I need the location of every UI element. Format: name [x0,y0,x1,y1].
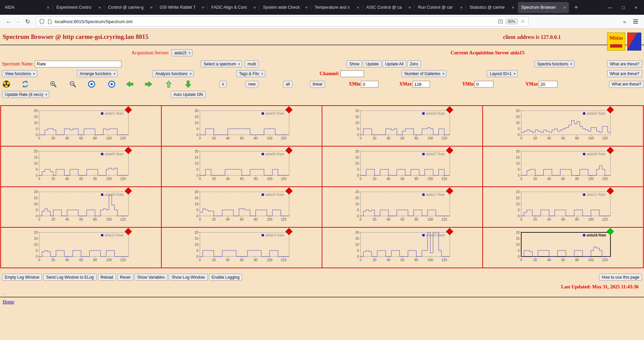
tab-close-icon[interactable]: × [356,5,360,10]
tab-close-icon[interactable]: × [252,5,257,10]
zoom-y-out-icon[interactable] [108,80,115,88]
zoom-level-badge[interactable]: 80% [506,19,518,24]
browser-tab-5[interactable]: FADC Align & Cont× [208,2,259,13]
tab-close-icon[interactable]: × [149,5,154,10]
footer-button-empty-log-window[interactable]: Empty Log Window [2,274,42,281]
tab-close-icon[interactable]: × [511,5,515,10]
what-are-these-button-3[interactable]: What are these? [609,81,644,88]
back-icon[interactable]: ← [4,18,13,25]
refresh-icon[interactable] [21,80,29,88]
minimize-icon[interactable]: — [608,5,612,10]
browser-tab-8[interactable]: ASIC Control @ ca× [363,2,414,13]
spectrum-panel-aida02[interactable]: 05101520020406080100120aida02 Rate [161,106,322,146]
what-are-these-button-2[interactable]: What are these? [607,70,642,77]
select-spectrum-dropdown[interactable]: Select a spectrum▾ [201,60,242,67]
show-button[interactable]: Show [346,60,362,67]
browser-tab-6[interactable]: System wide Check× [260,2,311,13]
browser-tab-1[interactable]: AIDA× [1,2,52,13]
xmin-input[interactable] [361,81,378,88]
tab-close-icon[interactable]: × [97,5,102,10]
new-tab-button[interactable]: + [572,4,580,11]
shift-up-icon[interactable] [165,80,172,88]
zero-button[interactable]: Zero [407,60,421,67]
spectrum-panel-aida13[interactable]: 05101520020406080100120aida13 Rate [1,227,161,268]
spectrum-panel-aida15[interactable]: 05101520020406080100120aida15 Rate [322,227,483,268]
spectrum-panel-aida04[interactable]: 05101520020406080100120aida04 Rate [483,106,643,146]
spectra-functions-dropdown[interactable]: Spectra functions▾ [534,60,575,67]
spectrum-panel-aida07[interactable]: 05101520020406080100120aida07 Rate [322,146,483,187]
spectrum-panel-aida05[interactable]: 05101520020406080100120aida05 Rate [1,146,161,187]
home-link[interactable]: Home [3,299,14,305]
overflow-menu-icon[interactable]: » [623,19,626,24]
tab-close-icon[interactable]: × [562,5,567,10]
spectrum-panel-aida14[interactable]: 05101520020406080100120aida14 Rate [161,227,322,268]
linear-button[interactable]: linear [310,81,325,88]
reload-icon[interactable]: ↻ [23,18,32,25]
zoom-y-in-icon[interactable] [88,80,95,88]
spectrum-panel-aida16[interactable]: 05101520020406080100120aida16 Rate [483,227,643,268]
channel-input[interactable] [340,70,364,77]
what-are-these-button-1[interactable]: What are these? [607,60,642,67]
address-bar[interactable]: localhost:8015/Spectrum/Spectrum.tml 80%… [36,16,529,26]
shift-right-icon[interactable] [145,80,152,88]
footer-button-show-log-window[interactable]: Show Log Window [169,274,207,281]
tab-close-icon[interactable]: × [201,5,205,10]
shift-left-icon[interactable] [126,80,133,88]
spectrum-panel-aida06[interactable]: 05101520020406080100120aida06 Rate [161,146,322,187]
layout-id-dropdown[interactable]: Layout ID=1▾ [487,70,518,77]
browser-tab-7[interactable]: Temperature and s× [311,2,362,13]
tab-close-icon[interactable]: × [304,5,309,10]
arrange-functions-dropdown[interactable]: Arrange functions▾ [77,70,118,77]
tab-close-icon[interactable]: × [459,5,464,10]
close-icon[interactable]: × [635,5,637,10]
forward-icon[interactable]: → [13,18,23,25]
footer-button-reset[interactable]: Reset [117,274,133,281]
browser-tab-3[interactable]: Control @ carme-g× [105,2,156,13]
tags-fits-dropdown[interactable]: Tags & Fits▾ [236,70,265,77]
update-all-button[interactable]: Update All [382,60,406,67]
xmax-input[interactable] [413,81,430,88]
analysis-functions-dropdown[interactable]: Analysis functions▾ [152,70,194,77]
spectrum-panel-aida08[interactable]: 05101520020406080100120aida08 Rate [483,146,643,187]
radiation-icon[interactable] [3,80,10,88]
footer-button-send-log-window-to-elog[interactable]: Send Log Window to ELog [43,274,96,281]
view-functions-dropdown[interactable]: View functions▾ [2,70,37,77]
spectrum-panel-aida10[interactable]: 05101520020406080100120aida10 Rate [161,187,322,227]
footer-button-enable-logging[interactable]: Enable Logging [209,274,242,281]
multi-button[interactable]: multi [245,60,259,67]
x-axis-button[interactable]: x [219,81,227,88]
browser-tab-2[interactable]: Experiment Contro× [53,2,104,13]
maximize-icon[interactable]: □ [622,5,625,10]
browser-tab-10[interactable]: Statistics @ carme× [466,2,517,13]
url-text[interactable]: localhost:8015/Spectrum/Spectrum.tml [55,19,132,24]
browser-tab-11[interactable]: Spectrum Browser× [518,2,569,13]
ymax-input[interactable] [539,81,557,88]
spectrum-name-input[interactable] [35,61,121,67]
tab-close-icon[interactable]: × [46,5,50,10]
browser-tab-9[interactable]: Run Control @ car× [415,2,466,13]
update-button[interactable]: Update [363,60,381,67]
zoom-out-icon[interactable] [69,80,76,88]
spectrum-panel-aida12[interactable]: 05101520020406080100120aida12 Rate [483,187,643,227]
ymin-input[interactable] [475,81,493,88]
site-info-icon[interactable] [47,19,52,24]
shift-down-icon[interactable] [184,80,192,88]
spectrum-panel-aida01[interactable]: 05101520020406080100120aida01 Rate [1,106,161,146]
all-button[interactable]: all [283,81,292,88]
hamburger-menu-icon[interactable] [633,19,638,23]
how-to-use-button[interactable]: How to use this page [599,274,642,281]
auto-update-button[interactable]: Auto Update ON [171,91,206,98]
tab-close-icon[interactable]: × [407,5,412,10]
spectrum-panel-aida11[interactable]: 05101520020406080100120aida11 Rate [322,187,483,227]
spectrum-panel-aida09[interactable]: 05101520020406080100120aida09 Rate [1,187,161,227]
spectrum-panel-aida03[interactable]: 05101520020406080100120aida03 Rate [322,106,483,146]
update-rate-dropdown[interactable]: Update Rate (8 secs)▾ [2,91,49,98]
acquisition-server-select[interactable]: aida15▾ [171,49,193,56]
reader-mode-icon[interactable] [498,19,503,24]
new-button[interactable]: new [246,81,258,88]
footer-button-show-variables[interactable]: Show Variables [135,274,168,281]
zoom-in-icon[interactable] [50,80,57,88]
galleries-dropdown[interactable]: Number of Galleries▾ [401,70,446,77]
footer-button-reload[interactable]: Reload [98,274,116,281]
shield-icon[interactable] [39,19,45,24]
